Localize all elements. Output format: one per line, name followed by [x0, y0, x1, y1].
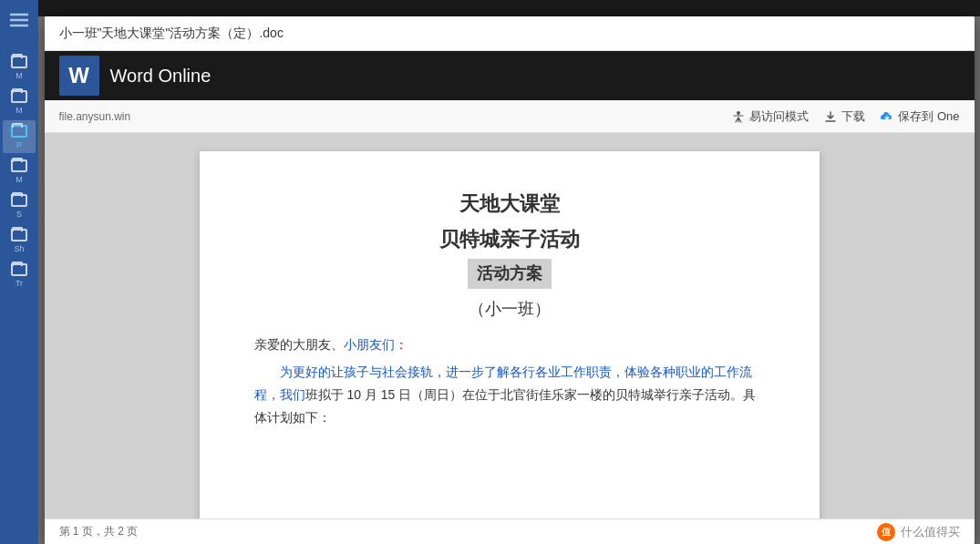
folder-icon-2: [11, 90, 27, 103]
save-to-one-button[interactable]: 保存到 One: [880, 108, 959, 125]
sidebar: M M P M S Sh Tr: [0, 0, 38, 544]
sidebar-item-4[interactable]: M: [3, 155, 36, 188]
doc-subtitle: 活动方案: [468, 259, 552, 289]
toolbar-url: file.anysun.win: [59, 110, 131, 123]
watermark-logo: 值: [877, 523, 895, 541]
modal-title: 小一班"天地大课堂"活动方案（定）.doc: [59, 26, 284, 42]
doc-modal: 小一班"天地大课堂"活动方案（定）.doc W Word Online file…: [45, 16, 975, 544]
main-area: 小一班"天地大课堂"活动方案（定）.doc W Word Online file…: [38, 0, 980, 544]
doc-status-bar: 第 1 页，共 2 页 值 什么值得买: [45, 518, 975, 544]
doc-para-body: 为更好的让孩子与社会接轨，进一步了解各行各业工作职责，体验各种职业的工作流程，我…: [254, 361, 765, 430]
watermark-area: 值 什么值得买: [877, 523, 960, 541]
doc-para-label-black: 亲爱的大朋友、: [254, 337, 344, 352]
folder-icon-6: [11, 229, 27, 241]
word-online-label: Word Online: [110, 66, 211, 87]
sidebar-item-7[interactable]: Tr: [3, 259, 36, 292]
folder-icon-5: [11, 194, 27, 207]
svg-point-4: [737, 111, 740, 115]
sidebar-item-5[interactable]: S: [3, 190, 36, 222]
sidebar-item-1[interactable]: M: [3, 51, 36, 84]
doc-subtitle-wrapper: 活动方案: [254, 259, 765, 293]
save-to-one-label: 保存到 One: [898, 108, 959, 125]
sidebar-label-5: S: [16, 210, 22, 219]
doc-page: 天地大课堂 贝特城亲子活动 活动方案 （小一班） 亲爱的大朋友、小朋友们： 为更…: [200, 151, 820, 518]
word-logo-box: W: [59, 56, 99, 96]
sidebar-label-1: M: [15, 71, 23, 80]
toolbar-actions: 易访问模式 下载: [731, 108, 959, 125]
word-header: W Word Online: [45, 51, 975, 100]
accessibility-mode-button[interactable]: 易访问模式: [731, 108, 809, 125]
cloud-save-icon: [880, 109, 894, 124]
modal-title-bar: 小一班"天地大课堂"活动方案（定）.doc: [45, 16, 975, 51]
sidebar-item-2[interactable]: M: [3, 86, 36, 118]
doc-para-label-blue: 小朋友们: [344, 337, 395, 352]
download-label: 下载: [841, 108, 865, 125]
doc-content[interactable]: 天地大课堂 贝特城亲子活动 活动方案 （小一班） 亲爱的大朋友、小朋友们： 为更…: [45, 133, 975, 518]
sidebar-item-6[interactable]: Sh: [3, 224, 36, 257]
sidebar-label-3: P: [16, 140, 22, 149]
doc-title-1: 天地大课堂: [254, 188, 765, 220]
folder-icon-4: [11, 159, 27, 172]
top-bar: [38, 0, 980, 16]
sidebar-label-2: M: [15, 106, 23, 115]
doc-subtitle-paren: （小一班）: [254, 296, 765, 323]
doc-toolbar: file.anysun.win 易访问模式: [45, 100, 975, 133]
sidebar-label-7: Tr: [15, 279, 23, 288]
download-icon: [823, 109, 838, 124]
word-logo-w: W: [68, 65, 89, 87]
watermark-text: 什么值得买: [901, 524, 960, 540]
folder-icon-1: [11, 56, 27, 68]
folder-icon-7: [11, 263, 27, 276]
modal-overlay: 小一班"天地大课堂"活动方案（定）.doc W Word Online file…: [38, 16, 980, 544]
doc-para-label-red: ：: [395, 337, 407, 352]
download-button[interactable]: 下载: [823, 108, 865, 125]
doc-para-label: 亲爱的大朋友、小朋友们：: [254, 337, 765, 354]
accessibility-label: 易访问模式: [749, 108, 809, 125]
page-status: 第 1 页，共 2 页: [59, 524, 139, 539]
doc-title-2: 贝特城亲子活动: [254, 223, 765, 255]
doc-para-body-black: 班拟于 10 月 15 日（周日）在位于北官街佳乐家一楼的贝特城举行亲子活动。具…: [254, 387, 757, 425]
folder-icon-3: [11, 125, 27, 138]
accessibility-icon: [731, 109, 746, 124]
sidebar-label-4: M: [15, 175, 23, 184]
sidebar-logo: [3, 7, 36, 40]
sidebar-item-3[interactable]: P: [3, 120, 36, 153]
sidebar-label-6: Sh: [14, 244, 24, 253]
